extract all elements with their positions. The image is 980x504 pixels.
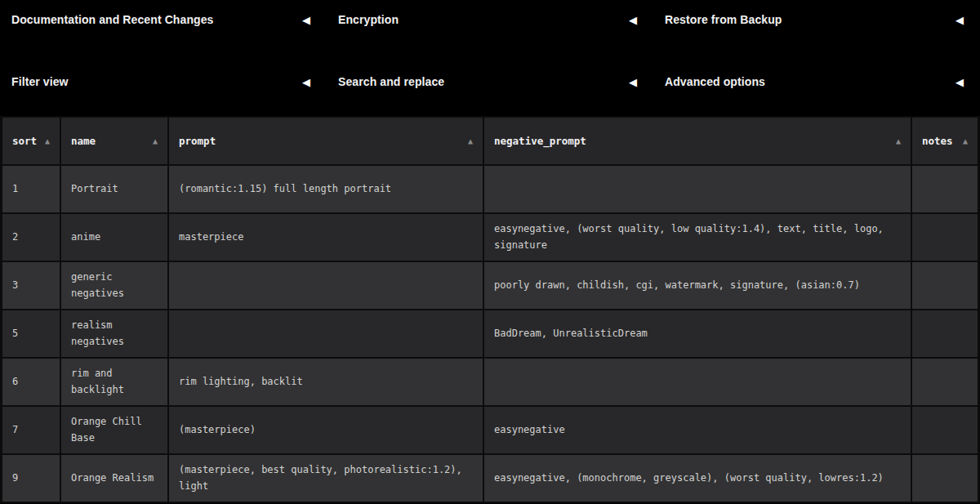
table-row: 2 anime masterpiece easynegative, (worst… — [2, 214, 978, 262]
accordion-search-and-replace[interactable]: Search and replace ◀ — [327, 70, 653, 93]
cell-sort[interactable]: 6 — [2, 359, 61, 407]
column-header-prompt[interactable]: prompt▲ — [169, 118, 484, 166]
prompts-table-container: sort▲ name▲ prompt▲ negative_prompt▲ not… — [0, 116, 980, 503]
collapse-arrow-icon[interactable]: ◀ — [629, 77, 637, 87]
cell-sort[interactable]: 9 — [2, 455, 61, 503]
cell-notes[interactable] — [912, 262, 978, 310]
column-header-notes[interactable]: notes▲ — [912, 118, 978, 166]
prompts-table: sort▲ name▲ prompt▲ negative_prompt▲ not… — [2, 118, 978, 503]
cell-name[interactable]: Orange Realism — [61, 455, 169, 503]
sort-ascending-icon[interactable]: ▲ — [45, 137, 50, 145]
table-row: 3 generic negatives poorly drawn, childi… — [2, 262, 978, 310]
cell-notes[interactable] — [912, 166, 978, 214]
column-header-name[interactable]: name▲ — [61, 118, 169, 166]
cell-prompt[interactable] — [169, 262, 484, 310]
cell-name[interactable]: anime — [61, 214, 169, 262]
accordion-label: Search and replace — [338, 75, 444, 88]
column-header-negative-prompt[interactable]: negative_prompt▲ — [484, 118, 912, 166]
cell-sort[interactable]: 3 — [2, 262, 61, 310]
accordion-advanced-options[interactable]: Advanced options ◀ — [653, 70, 980, 93]
cell-negative-prompt[interactable]: poorly drawn, childish, cgi, watermark, … — [484, 262, 912, 310]
cell-notes[interactable] — [912, 310, 978, 359]
column-label: negative_prompt — [494, 135, 586, 147]
accordion-label: Encryption — [338, 13, 399, 26]
cell-negative-prompt[interactable] — [484, 166, 912, 214]
accordion-label: Advanced options — [665, 75, 765, 88]
cell-name[interactable]: rim and backlight — [61, 359, 169, 407]
collapse-arrow-icon[interactable]: ◀ — [302, 77, 310, 87]
cell-notes[interactable] — [912, 359, 978, 407]
cell-prompt[interactable]: rim lighting, backlit — [169, 359, 484, 407]
cell-notes[interactable] — [912, 214, 978, 262]
column-label: name — [71, 135, 96, 147]
cell-name[interactable]: Orange Chill Base — [61, 407, 169, 455]
accordion-filter-view[interactable]: Filter view ◀ — [0, 70, 327, 93]
cell-prompt[interactable]: masterpiece — [169, 214, 484, 262]
cell-notes[interactable] — [912, 455, 978, 503]
accordion-restore-from-backup[interactable]: Restore from Backup ◀ — [653, 8, 980, 31]
cell-name[interactable]: Portrait — [61, 166, 169, 214]
cell-sort[interactable]: 5 — [2, 310, 61, 359]
accordion-documentation[interactable]: Documentation and Recent Changes ◀ — [0, 8, 327, 31]
cell-sort[interactable]: 2 — [2, 214, 61, 262]
collapse-arrow-icon[interactable]: ◀ — [629, 15, 637, 25]
cell-prompt[interactable]: (masterpiece, best quality, photorealist… — [169, 455, 484, 503]
cell-name[interactable]: realism negatives — [61, 310, 169, 359]
accordion-label: Documentation and Recent Changes — [11, 13, 213, 26]
sort-ascending-icon[interactable]: ▲ — [468, 137, 473, 145]
cell-notes[interactable] — [912, 407, 978, 455]
cell-name[interactable]: generic negatives — [61, 262, 169, 310]
collapse-arrow-icon[interactable]: ◀ — [302, 15, 310, 25]
cell-prompt[interactable]: (masterpiece) — [169, 407, 484, 455]
table-row: 6 rim and backlight rim lighting, backli… — [2, 359, 978, 407]
sort-ascending-icon[interactable]: ▲ — [963, 137, 968, 145]
collapse-arrow-icon[interactable]: ◀ — [956, 15, 964, 25]
column-label: sort — [12, 135, 37, 147]
cell-negative-prompt[interactable]: easynegative, (monochrome, greyscale), (… — [484, 455, 912, 503]
cell-prompt[interactable] — [169, 310, 484, 359]
accordion-label: Filter view — [11, 75, 69, 88]
table-row: 1 Portrait (romantic:1.15) full length p… — [2, 166, 978, 214]
accordion-encryption[interactable]: Encryption ◀ — [327, 8, 653, 31]
sort-ascending-icon[interactable]: ▲ — [896, 137, 901, 145]
accordion-panel-area: Documentation and Recent Changes ◀ Encry… — [0, 0, 980, 116]
cell-negative-prompt[interactable]: BadDream, UnrealisticDream — [484, 310, 912, 359]
accordion-label: Restore from Backup — [665, 13, 782, 26]
column-label: prompt — [179, 135, 216, 147]
table-header-row: sort▲ name▲ prompt▲ negative_prompt▲ not… — [2, 118, 978, 166]
cell-sort[interactable]: 1 — [2, 166, 61, 214]
table-row: 9 Orange Realism (masterpiece, best qual… — [2, 455, 978, 503]
cell-sort[interactable]: 7 — [2, 407, 61, 455]
collapse-arrow-icon[interactable]: ◀ — [956, 77, 964, 87]
table-row: 7 Orange Chill Base (masterpiece) easyne… — [2, 407, 978, 455]
column-label: notes — [922, 135, 953, 147]
cell-negative-prompt[interactable]: easynegative — [484, 407, 912, 455]
cell-prompt[interactable]: (romantic:1.15) full length portrait — [169, 166, 484, 214]
column-header-sort[interactable]: sort▲ — [2, 118, 61, 166]
cell-negative-prompt[interactable]: easynegative, (worst quality, low qualit… — [484, 214, 912, 262]
cell-negative-prompt[interactable] — [484, 359, 912, 407]
sort-ascending-icon[interactable]: ▲ — [153, 137, 158, 145]
table-row: 5 realism negatives BadDream, Unrealisti… — [2, 310, 978, 359]
